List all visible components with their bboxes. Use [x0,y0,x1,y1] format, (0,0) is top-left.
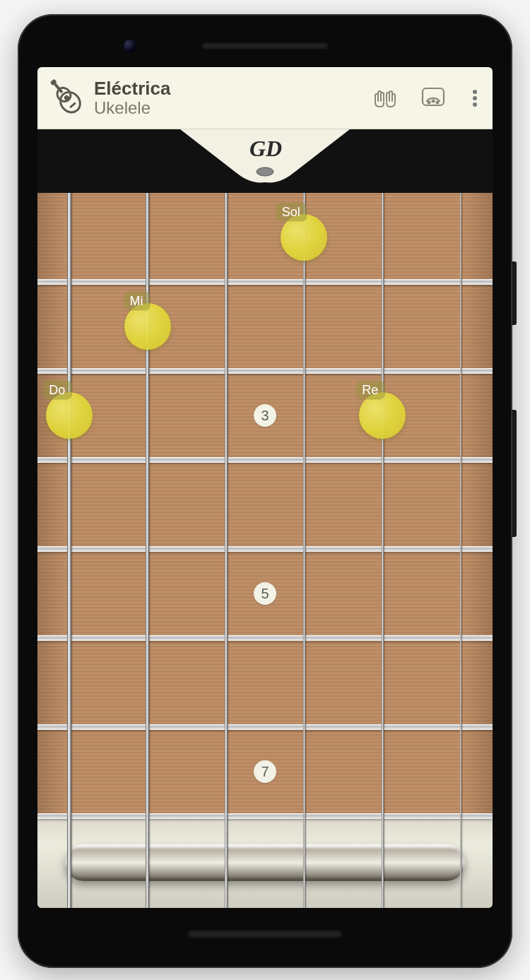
instrument-selector[interactable]: Eléctrica Ukelele [45,76,368,121]
side-button [512,261,517,325]
fret [37,368,493,374]
note-label: Re [356,381,385,400]
tuner-button[interactable] [416,81,450,115]
more-vert-icon [473,88,477,109]
note-label: Mi [124,292,151,311]
fret [37,546,493,552]
app-toolbar: Eléctrica Ukelele [37,67,493,129]
pickup-bar [65,844,466,881]
fret-marker: 7 [254,760,276,783]
note-label: Do [43,381,72,400]
guitar-icon [45,76,87,121]
svg-point-7 [428,101,430,103]
string[interactable] [460,193,461,908]
overflow-menu-button[interactable] [464,81,485,115]
string[interactable] [67,193,71,908]
string[interactable] [382,193,384,908]
device-frame: Eléctrica Ukelele [18,14,512,968]
front-camera [124,40,136,52]
app-screen: Eléctrica Ukelele [37,67,493,908]
hands-icon [371,83,399,114]
fret-marker: 3 [254,404,276,427]
instrument-subtitle: Ukelele [94,99,170,117]
fret [37,635,493,641]
string[interactable] [303,193,305,908]
string[interactable] [225,193,228,908]
fret [37,279,493,285]
svg-point-8 [432,100,435,102]
svg-point-9 [437,101,439,103]
fret [37,457,493,463]
fret [37,724,493,730]
svg-point-11 [257,167,273,176]
fretboard[interactable]: 357SolMiDoRe [37,193,493,908]
svg-text:GD: GD [249,136,282,161]
instrument-title: Eléctrica [94,78,170,99]
tuner-icon [419,83,447,114]
headstock-logo-icon: GD [166,129,364,186]
note-label: Sol [276,203,307,222]
speaker-bar [187,930,343,938]
headstock: GD [37,129,493,193]
pickup-area[interactable] [37,816,493,908]
side-button [512,410,517,537]
svg-rect-5 [69,102,76,108]
chords-button[interactable] [368,81,402,115]
fret-marker: 5 [254,582,276,605]
fret [37,813,493,819]
